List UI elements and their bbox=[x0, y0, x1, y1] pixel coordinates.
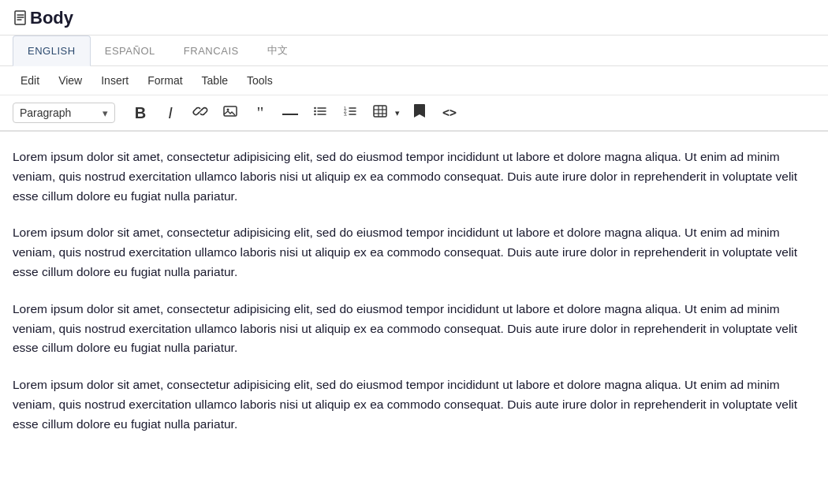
menu-format[interactable]: Format bbox=[140, 71, 190, 90]
svg-point-4 bbox=[314, 110, 316, 112]
image-icon bbox=[222, 103, 238, 123]
bold-icon: B bbox=[135, 104, 146, 122]
svg-point-2 bbox=[227, 108, 229, 110]
horizontal-rule-button[interactable]: — bbox=[278, 100, 303, 125]
italic-button[interactable]: I bbox=[158, 100, 183, 125]
image-button[interactable] bbox=[218, 100, 243, 125]
italic-icon: I bbox=[168, 104, 173, 122]
menu-insert[interactable]: Insert bbox=[93, 71, 136, 90]
page-title: Body bbox=[30, 8, 73, 28]
bullet-list-icon bbox=[312, 103, 328, 123]
code-button[interactable]: <> bbox=[437, 100, 462, 125]
lang-tab-english[interactable]: ENGLISH bbox=[13, 35, 91, 66]
table-dropdown-arrow[interactable]: ▾ bbox=[393, 100, 402, 125]
blockquote-icon: " bbox=[257, 104, 264, 121]
lang-tab-chinese[interactable]: 中文 bbox=[253, 35, 303, 65]
chevron-down-icon: ▾ bbox=[103, 107, 108, 119]
code-icon: <> bbox=[442, 106, 457, 120]
editor-paragraph-2: Lorem ipsum dolor sit amet, consectetur … bbox=[13, 223, 815, 282]
editor-paragraph-3: Lorem ipsum dolor sit amet, consectetur … bbox=[13, 300, 815, 358]
table-button-group: ▾ bbox=[367, 100, 402, 125]
bullet-list-button[interactable] bbox=[308, 100, 333, 125]
svg-point-5 bbox=[314, 113, 316, 115]
svg-point-3 bbox=[314, 106, 316, 109]
language-tabs: ENGLISH ESPAÑOL FRANCAIS 中文 bbox=[0, 35, 828, 66]
table-button[interactable] bbox=[367, 100, 393, 125]
svg-rect-15 bbox=[374, 106, 386, 117]
menubar: Edit View Insert Format Table Tools bbox=[0, 66, 828, 95]
svg-text:3.: 3. bbox=[344, 111, 348, 116]
lang-tab-espanol[interactable]: ESPAÑOL bbox=[91, 35, 170, 65]
bookmark-button[interactable] bbox=[407, 100, 432, 125]
document-icon bbox=[13, 9, 30, 27]
ordered-list-icon: 1. 2. 3. bbox=[342, 103, 358, 123]
menu-table[interactable]: Table bbox=[194, 71, 236, 90]
editor-content[interactable]: Lorem ipsum dolor sit amet, consectetur … bbox=[0, 132, 828, 468]
blockquote-button[interactable]: " bbox=[248, 100, 273, 125]
chevron-down-icon: ▾ bbox=[395, 108, 400, 118]
bold-button[interactable]: B bbox=[128, 100, 153, 125]
menu-edit[interactable]: Edit bbox=[13, 71, 47, 90]
ordered-list-button[interactable]: 1. 2. 3. bbox=[338, 100, 363, 125]
lang-tab-francais[interactable]: FRANCAIS bbox=[170, 35, 253, 65]
toolbar: Paragraph ▾ B I " bbox=[0, 95, 828, 132]
horizontal-rule-icon: — bbox=[282, 104, 298, 122]
header: Body bbox=[0, 0, 828, 35]
format-select[interactable]: Paragraph ▾ bbox=[13, 103, 115, 123]
editor-paragraph-4: Lorem ipsum dolor sit amet, consectetur … bbox=[13, 375, 815, 434]
link-icon bbox=[192, 103, 208, 123]
table-icon bbox=[372, 103, 388, 123]
menu-view[interactable]: View bbox=[50, 71, 90, 90]
bookmark-icon bbox=[412, 103, 427, 124]
editor-paragraph-1: Lorem ipsum dolor sit amet, consectetur … bbox=[13, 147, 815, 206]
format-select-value: Paragraph bbox=[20, 106, 71, 119]
menu-tools[interactable]: Tools bbox=[239, 71, 281, 90]
link-button[interactable] bbox=[188, 100, 213, 125]
